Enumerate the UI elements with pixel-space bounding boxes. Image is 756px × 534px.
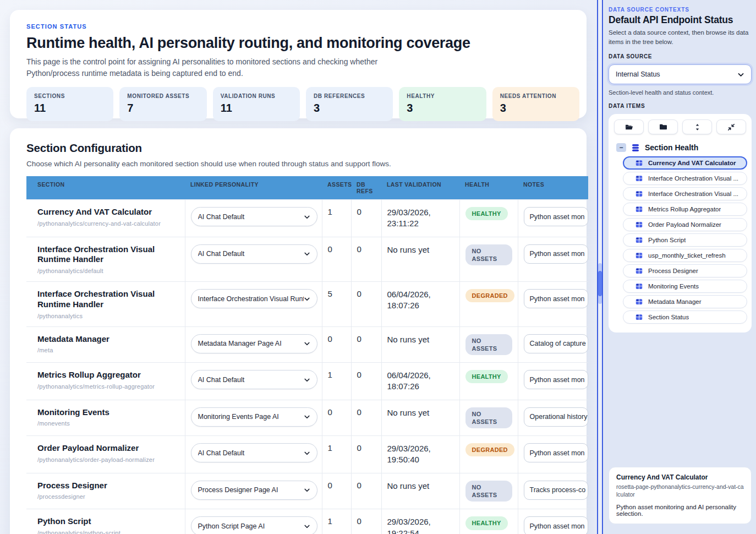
notes-cell: Python asset mon	[518, 509, 588, 534]
table-grid-icon	[636, 237, 643, 243]
notes-cell: Python asset mon	[518, 200, 588, 237]
personality-select[interactable]: AI Chat Default	[191, 207, 317, 226]
last-validation-cell: 29/03/2026, 23:11:22	[381, 200, 459, 237]
notes-input[interactable]: Python asset mon	[524, 370, 588, 389]
notes-input[interactable]: Python asset mon	[524, 244, 588, 264]
stat-card: VALIDATION RUNS 11	[213, 87, 300, 121]
notes-input[interactable]: Catalog of capture	[524, 334, 588, 353]
tree-item-label: Metadata Manager	[648, 298, 702, 305]
db-refs-cell: 0	[351, 363, 381, 400]
last-validation-cell: 06/04/2026, 18:07:26	[381, 363, 459, 400]
assets-cell: 1	[322, 509, 351, 534]
table-row: Process Designer /processdesigner Proces…	[26, 473, 588, 509]
section-path: /pythonanalytics	[37, 313, 179, 319]
tree-item[interactable]: Process Designer	[623, 264, 747, 277]
collapse-all-button[interactable]	[648, 119, 678, 134]
health-badge: HEALTHY	[465, 370, 508, 383]
health-cell: NO ASSETS	[459, 473, 518, 509]
db-refs-cell: 0	[351, 473, 381, 509]
personality-select[interactable]: Process Designer Page AI	[191, 481, 317, 500]
personality-select[interactable]: Monitoring Events Page AI	[191, 407, 317, 427]
tree-item[interactable]: Metrics Rollup Aggregator	[623, 203, 747, 216]
tree-item[interactable]: Order Payload Normalizer	[623, 218, 747, 231]
column-header-2: LINKED PERSONALITY	[185, 176, 322, 200]
detail-id: rosetta-page-pythonanalytics-currency-an…	[616, 483, 744, 499]
notes-input[interactable]: Python asset mon	[524, 443, 588, 462]
personality-cell: AI Chat Default	[185, 237, 322, 282]
section-path: /meta	[37, 347, 179, 353]
personality-selected-value: AI Chat Default	[198, 376, 304, 384]
table-row: Interface Orchestration Visual Runtime H…	[26, 237, 588, 282]
stat-card: HEALTHY 3	[399, 87, 486, 121]
tree-item-label: Interface Orchestration Visual ...	[648, 175, 738, 182]
health-cell: HEALTHY	[459, 509, 518, 534]
notes-input[interactable]: Python asset mon	[524, 289, 588, 308]
tree-item[interactable]: Python Script	[623, 233, 747, 247]
notes-cell: Python asset mon	[518, 363, 588, 400]
notes-cell: Operational history	[518, 400, 588, 436]
data-source-select[interactable]: Internal Status	[609, 64, 752, 84]
section-cell: Metrics Rollup Aggregator /pythonanalyti…	[26, 363, 185, 400]
last-validation-cell: No runs yet	[381, 326, 459, 363]
notes-input[interactable]: Tracks process-co	[524, 481, 588, 500]
personality-select[interactable]: AI Chat Default	[191, 443, 317, 462]
assets-cell: 1	[322, 363, 351, 400]
personality-select[interactable]: AI Chat Default	[191, 244, 317, 264]
assets-cell: 0	[322, 237, 351, 282]
resizer-drag-handle[interactable]	[598, 271, 602, 296]
panel-resizer[interactable]	[597, 0, 603, 534]
db-refs-cell: 0	[351, 237, 381, 282]
section-cell: Process Designer /processdesigner	[26, 473, 185, 509]
health-badge: NO ASSETS	[465, 407, 512, 429]
personality-cell: Python Script Page AI	[185, 509, 322, 534]
tree-item-label: Metrics Rollup Aggregator	[648, 206, 721, 212]
notes-input[interactable]: Python asset mon	[524, 207, 588, 226]
table-grid-icon	[636, 190, 643, 197]
table-grid-icon	[636, 221, 643, 228]
config-subtitle: Choose which AI personality each monitor…	[26, 160, 572, 168]
section-name: Monitoring Events	[37, 407, 179, 418]
tree-item-label: Section Status	[648, 314, 689, 320]
tree-collapse-button[interactable]: −	[616, 143, 626, 152]
tree-item[interactable]: Currency And VAT Calculator	[623, 156, 747, 170]
stat-value: 11	[34, 102, 106, 115]
tree-item[interactable]: Interface Orchestration Visual ...	[623, 172, 747, 185]
tree-item[interactable]: Monitoring Events	[623, 280, 747, 293]
section-path: /monevents	[37, 420, 179, 427]
tree-item[interactable]: usp_monthly_ticket_refresh	[623, 249, 747, 262]
sort-items-button[interactable]	[682, 119, 712, 134]
tree-item[interactable]: Interface Orchestration Visual ...	[623, 187, 747, 200]
personality-cell: Monitoring Events Page AI	[185, 400, 322, 436]
table-row: Metadata Manager /meta Metadata Manager …	[26, 326, 588, 363]
tree-item[interactable]: Metadata Manager	[623, 295, 747, 308]
collapse-panel-button[interactable]	[716, 119, 746, 134]
personality-selected-value: Process Designer Page AI	[198, 486, 304, 494]
assets-cell: 1	[322, 436, 351, 473]
section-path: /pythonanalytics/python-script	[37, 530, 179, 534]
tree-root-label: Section Health	[645, 143, 698, 152]
table-grid-icon	[636, 283, 643, 290]
table-row: Python Script /pythonanalytics/python-sc…	[26, 509, 588, 534]
personality-select[interactable]: AI Chat Default	[191, 370, 317, 389]
sidebar-description: Select a data source context, then brows…	[609, 28, 752, 46]
personality-select[interactable]: Interface Orchestration Visual Runtime H…	[191, 289, 317, 308]
health-badge: HEALTHY	[465, 207, 508, 220]
stat-card: SECTIONS 11	[26, 87, 113, 121]
personality-select[interactable]: Metadata Manager Page AI	[191, 334, 317, 353]
tree-item-label: Currency And VAT Calculator	[648, 160, 736, 166]
personality-cell: Metadata Manager Page AI	[185, 326, 322, 363]
table-grid-icon	[636, 298, 643, 305]
tree-item[interactable]: Section Status	[623, 310, 747, 324]
chevron-down-icon	[304, 413, 310, 420]
notes-input[interactable]: Python asset mon	[524, 516, 588, 534]
personality-selected-value: Interface Orchestration Visual Runtime H…	[198, 295, 304, 303]
stat-label: SECTIONS	[34, 93, 106, 99]
data-items-label: DATA ITEMS	[609, 103, 752, 109]
section-name: Process Designer	[37, 481, 179, 491]
section-cell: Currency And VAT Calculator /pythonanaly…	[26, 200, 185, 237]
personality-select[interactable]: Python Script Page AI	[191, 516, 317, 534]
health-cell: DEGRADED	[459, 282, 518, 327]
expand-all-button[interactable]	[614, 119, 644, 134]
db-refs-cell: 0	[351, 400, 381, 436]
notes-input[interactable]: Operational history	[524, 407, 588, 427]
